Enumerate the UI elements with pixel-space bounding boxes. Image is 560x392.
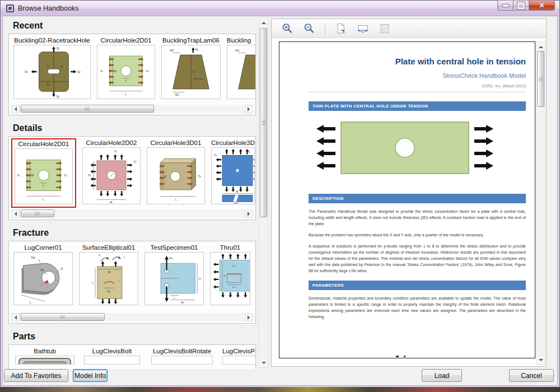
model-thumbnail-circularhole3d02-clipped[interactable]: CircularHole3D xyxy=(211,139,255,204)
title-bar[interactable]: Browse Handbooks ✕ xyxy=(1,1,559,16)
add-to-favorites-button[interactable]: Add To Favorites xyxy=(4,369,68,382)
scroll-thumb[interactable] xyxy=(21,105,154,113)
down-arrow-icon xyxy=(539,359,543,363)
load-button[interactable]: Load xyxy=(422,369,462,382)
document-rule xyxy=(309,92,526,92)
scroll-left-arrow[interactable] xyxy=(11,209,20,218)
thumbnail-image: Ty Tx H W xyxy=(82,147,141,204)
handbook-browser-list: Recent Buckling02-RacetrackHole xyxy=(5,17,258,369)
minimize-button[interactable] xyxy=(497,0,514,11)
browse-handbooks-dialog: Browse Handbooks ✕ Recent Buckling02-Rac… xyxy=(0,0,560,388)
zoom-out-icon[interactable] xyxy=(302,22,316,35)
svg-text:S: S xyxy=(190,84,192,87)
model-thumbnail-lugcorner01[interactable]: LugCorner01 Thk Dh xyxy=(13,244,73,305)
model-thumbnail-bathtub[interactable]: Bathtub xyxy=(13,348,76,365)
document-banner: THIN PLATE WITH CENTRAL HOLE UNDER TENSI… xyxy=(309,101,526,111)
zoom-in-icon[interactable] xyxy=(281,22,294,35)
svg-text:W3: W3 xyxy=(170,49,174,52)
browser-vertical-scrollbar[interactable] xyxy=(259,17,268,368)
scroll-thumb[interactable] xyxy=(260,28,267,217)
model-thumbnail-buckling-clipped[interactable]: Buckling W3 S xyxy=(227,37,255,99)
close-icon: ✕ xyxy=(539,2,544,9)
model-thumbnail-thru01[interactable]: Thru01 2b xyxy=(210,244,250,305)
preview-toolbar xyxy=(272,19,546,38)
thumbnail-image xyxy=(15,356,74,365)
preview-vertical-scrollbar[interactable] xyxy=(536,41,545,365)
svg-text:R: R xyxy=(61,268,63,270)
desktop-background-strip xyxy=(0,387,560,392)
scroll-down-arrow[interactable] xyxy=(536,356,545,365)
model-thumbnail-circularhole3d01[interactable]: CircularHole3D01 xyxy=(147,139,205,204)
scroll-track[interactable] xyxy=(20,209,245,218)
svg-text:L: L xyxy=(30,301,31,304)
model-thumbnail-circularhole2d01[interactable]: CircularHole2D01 Tx xyxy=(97,37,155,99)
scroll-right-arrow[interactable] xyxy=(245,313,253,321)
svg-text:W: W xyxy=(31,174,34,177)
model-thumbnail-lugclevisboltrotate[interactable]: LugClevisBoltRotate xyxy=(148,348,216,365)
thumbnail-image: W3 S xyxy=(227,45,255,99)
model-thumbnail-bucklingtraplam06[interactable]: BucklingTrapLam06 W3 Sy S H xyxy=(161,37,221,99)
model-thumbnail-lugclevispi-clipped[interactable]: LugClevisPi xyxy=(222,348,255,365)
scroll-track[interactable] xyxy=(20,105,245,113)
section-group-recent: Buckling02-RacetrackHole Sy C H xyxy=(8,34,256,115)
recent-horizontal-scrollbar[interactable] xyxy=(11,105,253,113)
thumbnail-image: W Tx L xyxy=(147,147,205,204)
model-thumbnail-testspecimen01[interactable]: TestSpecimen01 Po xyxy=(144,244,204,305)
svg-text:Tx: Tx xyxy=(100,70,103,73)
scroll-track[interactable] xyxy=(20,313,245,321)
svg-text:Tx: Tx xyxy=(214,154,217,157)
model-thumbnail-circularhole2d01-selected[interactable]: CircularHole2D01 Tx xyxy=(11,138,76,208)
section-header-parts: Parts xyxy=(13,332,258,342)
svg-text:W1: W1 xyxy=(175,94,179,96)
svg-text:Tx: Tx xyxy=(133,161,137,164)
scroll-down-arrow[interactable] xyxy=(259,358,268,367)
scroll-track[interactable] xyxy=(536,51,545,356)
svg-text:R: R xyxy=(125,80,127,82)
right-arrow-icon xyxy=(248,107,252,111)
svg-text:S: S xyxy=(248,62,250,65)
svg-text:H: H xyxy=(193,71,195,73)
dialog-client-area: Recent Buckling02-RacetrackHole xyxy=(2,16,558,386)
scroll-right-arrow[interactable] xyxy=(245,105,253,113)
svg-text:W: W xyxy=(46,83,49,86)
scroll-up-arrow[interactable] xyxy=(259,18,268,27)
fit-page-icon[interactable] xyxy=(334,22,348,35)
svg-text:Sy: Sy xyxy=(195,48,199,51)
model-thumbnail-surfaceelliptical01[interactable]: SurfaceElliptical01 M xyxy=(79,244,138,305)
scroll-left-arrow[interactable] xyxy=(11,313,20,321)
cancel-button[interactable]: Cancel xyxy=(509,369,554,382)
minimize-icon xyxy=(502,4,509,7)
fracture-horizontal-scrollbar[interactable] xyxy=(11,313,253,321)
model-thumbnail-circularhole2d02[interactable]: CircularHole2D02 xyxy=(82,139,141,204)
scroll-right-arrow[interactable] xyxy=(245,209,253,218)
description-paragraph: A sequence of solutions is performed for… xyxy=(309,243,526,274)
maximize-button[interactable] xyxy=(514,0,529,11)
description-paragraph: Because the problem has symmetry about t… xyxy=(309,232,526,238)
svg-text:W: W xyxy=(181,301,184,304)
details-horizontal-scrollbar[interactable] xyxy=(11,209,253,218)
svg-text:M: M xyxy=(99,254,100,256)
svg-text:Sy: Sy xyxy=(57,47,60,50)
fit-width-icon[interactable] xyxy=(356,22,370,35)
left-arrow-icon xyxy=(12,107,17,111)
scroll-up-arrow[interactable] xyxy=(536,42,545,51)
scroll-thumb[interactable] xyxy=(537,51,544,107)
model-info-button[interactable]: Model Info xyxy=(73,369,108,382)
section-group-details: CircularHole2D01 Tx xyxy=(8,136,256,220)
scroll-left-arrow[interactable] xyxy=(11,105,20,113)
scroll-track[interactable] xyxy=(259,27,268,358)
reading-view-icon[interactable] xyxy=(378,22,391,35)
section-group-fracture: LugCorner01 Thk Dh xyxy=(8,241,256,324)
model-thumbnail-buckling02-racetrackhole[interactable]: Buckling02-RacetrackHole Sy C H xyxy=(13,37,91,99)
svg-text:Po: Po xyxy=(169,257,172,260)
svg-text:L: L xyxy=(125,93,127,96)
document-preview-panel: Plate with central hole in tension Stres… xyxy=(271,18,547,367)
description-paragraph: The Parametric Handbook Model was design… xyxy=(309,208,526,227)
model-thumbnail-lugclevisbolt[interactable]: LugClevisBolt xyxy=(82,348,142,365)
scroll-thumb[interactable] xyxy=(21,313,105,321)
close-button[interactable]: ✕ xyxy=(529,0,555,11)
toolbar-separator xyxy=(325,22,325,35)
scroll-thumb[interactable] xyxy=(21,209,54,217)
thumbnail-image: 2b 2h 2a xyxy=(210,252,250,305)
svg-text:C: C xyxy=(53,58,55,61)
